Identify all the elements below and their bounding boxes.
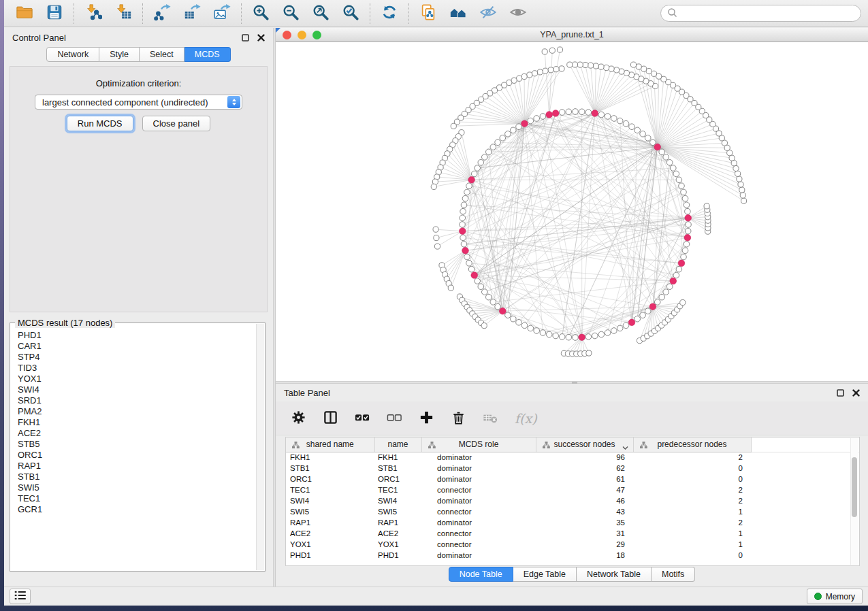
- graph-leaf-node[interactable]: [521, 73, 527, 79]
- task-history-button[interactable]: [10, 589, 31, 604]
- graph-leaf-node[interactable]: [559, 66, 564, 71]
- graph-node[interactable]: [490, 144, 496, 150]
- graph-leaf-node[interactable]: [619, 69, 624, 74]
- column-header-MCDS-role[interactable]: MCDS role: [421, 437, 536, 452]
- table-row[interactable]: RAP1RAP1dominator352: [286, 517, 859, 528]
- graph-node[interactable]: [566, 334, 572, 340]
- search-box[interactable]: [660, 5, 861, 22]
- graph-leaf-node[interactable]: [641, 66, 647, 71]
- graph-node[interactable]: [666, 160, 673, 166]
- graph-hub-node[interactable]: [521, 120, 528, 127]
- graph-leaf-node[interactable]: [727, 150, 733, 156]
- columns-button[interactable]: [323, 410, 338, 427]
- graph-leaf-node[interactable]: [735, 171, 741, 176]
- graph-leaf-node[interactable]: [527, 72, 532, 78]
- graph-leaf-node[interactable]: [481, 323, 487, 329]
- graph-leaf-node[interactable]: [740, 193, 745, 198]
- network-canvas[interactable]: [276, 42, 868, 381]
- zoom-selected-button[interactable]: [340, 3, 361, 24]
- graph-node[interactable]: [659, 294, 665, 300]
- graph-node[interactable]: [681, 254, 687, 260]
- graph-node[interactable]: [676, 266, 682, 272]
- graph-hub-node[interactable]: [592, 110, 598, 117]
- close-panel-icon[interactable]: [852, 389, 860, 397]
- import-table-button[interactable]: [112, 3, 134, 24]
- mcds-result-item[interactable]: TEC1: [18, 493, 256, 504]
- graph-node[interactable]: [559, 334, 565, 340]
- graph-leaf-node[interactable]: [604, 65, 609, 70]
- graph-leaf-node[interactable]: [548, 67, 553, 73]
- graph-node[interactable]: [605, 114, 611, 120]
- export-network-button[interactable]: [151, 3, 173, 24]
- memory-button[interactable]: Memory: [807, 589, 863, 604]
- graph-hub-node[interactable]: [670, 278, 677, 284]
- table-row[interactable]: STB1STB1dominator620: [286, 463, 859, 474]
- import-network-button[interactable]: [82, 3, 104, 24]
- graph-leaf-node[interactable]: [729, 155, 735, 161]
- graph-hub-node[interactable]: [468, 177, 475, 184]
- tab-edge-table[interactable]: Edge Table: [513, 567, 577, 582]
- open-folder-button[interactable]: [14, 3, 35, 24]
- sort-chevron-icon[interactable]: [622, 443, 628, 452]
- graph-node[interactable]: [611, 328, 617, 334]
- mcds-result-item[interactable]: FKH1: [18, 417, 256, 428]
- graph-node[interactable]: [682, 248, 688, 254]
- graph-leaf-node[interactable]: [733, 165, 739, 171]
- graph-node[interactable]: [681, 189, 687, 195]
- graph-leaf-node[interactable]: [593, 63, 598, 69]
- graph-node[interactable]: [460, 215, 466, 221]
- float-panel-icon[interactable]: [242, 34, 249, 42]
- graph-node[interactable]: [490, 299, 496, 306]
- trash-button[interactable]: [451, 410, 466, 427]
- graph-node[interactable]: [559, 110, 565, 116]
- graph-node[interactable]: [534, 328, 540, 334]
- graph-leaf-node[interactable]: [567, 62, 573, 67]
- graph-leaf-node[interactable]: [614, 67, 620, 73]
- mcds-result-item[interactable]: RAP1: [18, 461, 256, 472]
- graph-node[interactable]: [475, 165, 481, 171]
- graph-leaf-node[interactable]: [434, 244, 440, 249]
- close-panel-icon[interactable]: [257, 34, 265, 42]
- graph-node[interactable]: [540, 330, 546, 336]
- graph-node[interactable]: [666, 284, 673, 290]
- graph-node[interactable]: [478, 160, 484, 166]
- export-image-button[interactable]: [211, 3, 233, 24]
- graph-leaf-node[interactable]: [646, 69, 652, 74]
- tab-mcds[interactable]: MCDS: [184, 47, 231, 62]
- zoom-in-button[interactable]: [250, 3, 272, 24]
- select-all-button[interactable]: [355, 410, 370, 427]
- graph-hub-node[interactable]: [684, 235, 691, 242]
- mcds-result-item[interactable]: STP4: [18, 352, 256, 363]
- run-mcds-button[interactable]: Run MCDS: [67, 116, 133, 131]
- graph-node[interactable]: [505, 131, 511, 137]
- graph-node[interactable]: [468, 266, 475, 272]
- graph-node[interactable]: [686, 222, 692, 228]
- window-close-light[interactable]: [283, 31, 291, 39]
- search-input[interactable]: [681, 8, 854, 18]
- graph-leaf-node[interactable]: [598, 64, 604, 69]
- mcds-result-item[interactable]: SWI5: [18, 482, 256, 493]
- window-zoom-light[interactable]: [312, 31, 321, 39]
- mcds-result-item[interactable]: CAR1: [18, 341, 256, 352]
- graph-node[interactable]: [617, 118, 623, 124]
- graph-node[interactable]: [546, 331, 552, 337]
- graph-node[interactable]: [573, 109, 579, 115]
- graph-node[interactable]: [478, 284, 484, 290]
- graph-leaf-node[interactable]: [543, 68, 548, 73]
- graph-node[interactable]: [645, 135, 651, 142]
- graph-node[interactable]: [623, 323, 629, 329]
- graph-node[interactable]: [654, 299, 660, 306]
- graph-leaf-node[interactable]: [737, 176, 742, 182]
- graph-node[interactable]: [486, 294, 492, 300]
- graph-leaf-node[interactable]: [572, 62, 577, 67]
- graph-leaf-node[interactable]: [553, 67, 559, 72]
- graph-node[interactable]: [511, 127, 517, 133]
- table-row[interactable]: SWI4SWI4dominator462: [286, 495, 859, 506]
- graph-node[interactable]: [482, 154, 488, 161]
- show-all-button[interactable]: [507, 3, 529, 24]
- graph-node[interactable]: [634, 127, 641, 133]
- table-row[interactable]: ACE2ACE2connector311: [286, 528, 859, 539]
- graph-leaf-node[interactable]: [448, 285, 453, 291]
- network-window-titlebar[interactable]: YPA_prune.txt_1: [276, 28, 868, 42]
- column-header-successor-nodes[interactable]: successor nodes: [536, 437, 633, 452]
